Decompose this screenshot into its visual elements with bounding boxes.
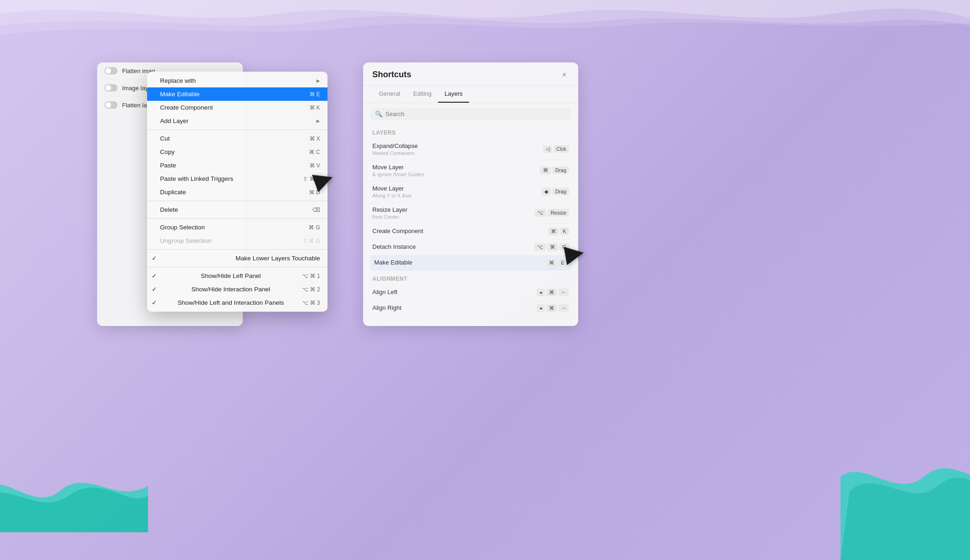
separator-4 [147,249,327,250]
menu-item-group-selection[interactable]: Group Selection ⌘ G [147,221,327,234]
shortcut-keys-move-ignore: ⌘ Drag [540,166,569,174]
shortcut-row-create-component: Create Component ⌘ K [371,224,571,240]
menu-item-replace-with[interactable]: Replace with ▶ [147,74,327,87]
cursor-right-icon [564,244,585,265]
shortcuts-header: Shortcuts × [363,62,578,86]
shortcut-row-make-editable: Make Editable ⌘ E [371,255,571,271]
menu-item-show-hide-interaction[interactable]: Show/Hide Interaction Panel ⌥ ⌘ 2 [147,283,327,296]
shortcut-copy: ⌘ C [309,149,320,155]
shortcut-keys-align-left: ◂ ⌘ ← [537,289,569,296]
shortcuts-nav: General Editing Layers [363,86,578,103]
nav-item-editing[interactable]: Editing [407,86,438,103]
shortcut-keys-move-axis: ◆ Drag [542,188,569,196]
shortcut-make-editable: ⌘ E [309,91,320,98]
separator-1 [147,129,327,130]
shortcut-group: ⌘ G [309,224,320,231]
shortcut-show-left: ⌥ ⌘ 1 [302,273,320,279]
top-decoration [0,0,970,51]
shortcut-ungroup: ⇧ ⌘ G [303,238,320,244]
shortcut-row-detach-instance: Detach Instance ⌥ ⌘ G [371,240,571,255]
shortcuts-content: Layers Expand/Collapse Nested Containers… [363,125,578,326]
shortcut-keys-make-editable: ⌘ E [546,259,567,267]
toggle-flatten-image[interactable] [105,67,117,74]
shortcuts-title: Shortcuts [372,70,411,80]
shortcut-name-detach-instance: Detach Instance [372,243,416,251]
shortcut-row-move-ignore: Move Layer & Ignore Smart Guides ⌘ Drag [371,160,571,181]
shortcut-show-both: ⌥ ⌘ 3 [302,300,320,306]
shortcuts-panel: Shortcuts × General Editing Layers 🔍 Lay… [363,62,578,326]
nav-item-layers[interactable]: Layers [438,86,469,103]
submenu-arrow-add-layer-icon: ▶ [316,118,320,123]
section-title-alignment: Alignment [371,271,571,285]
shortcut-keys-create-component: ⌘ K [548,228,569,235]
shortcut-row-align-right: Align Right ◂ ⌘ → [371,301,571,316]
separator-5 [147,267,327,267]
menu-item-paste-linked[interactable]: Paste with Linked Triggers ⇧ ⌘ V [147,172,327,185]
shortcut-name-make-editable: Make Editable [374,259,412,267]
shortcut-row-move-axis: Move Layer Along Y or X Axis ◆ Drag [371,181,571,203]
teal-decoration-right [840,431,970,560]
menu-item-add-layer[interactable]: Add Layer ▶ [147,114,327,128]
shortcut-name-align-left: Align Left [372,289,397,296]
menu-item-copy[interactable]: Copy ⌘ C [147,145,327,159]
menu-item-make-editable[interactable]: Make Editable ⌘ E [147,87,327,101]
toggle-flatten-layer[interactable] [105,101,117,109]
teal-decoration-left [0,449,148,532]
shortcut-row-align-left: Align Left ◂ ⌘ ← [371,285,571,301]
shortcut-show-interaction: ⌥ ⌘ 2 [302,286,320,293]
shortcut-row-resize-center: Resize Layer from Center ⌥ Resize [371,203,571,224]
menu-item-paste[interactable]: Paste ⌘ V [147,159,327,172]
menu-item-duplicate[interactable]: Duplicate ⌘ D [147,185,327,199]
shortcut-paste: ⌘ V [309,162,320,169]
shortcut-name-resize-center: Resize Layer from Center [372,206,408,220]
menu-item-show-hide-both[interactable]: Show/Hide Left and Interaction Panels ⌥ … [147,296,327,309]
context-menu: Replace with ▶ Make Editable ⌘ E Create … [147,72,327,312]
shortcut-create-component: ⌘ K [309,105,320,111]
shortcut-name-create-component: Create Component [372,228,423,235]
menu-item-delete[interactable]: Delete ⌫ [147,203,327,216]
shortcut-keys-resize-center: ⌥ Resize [535,209,569,217]
search-icon: 🔍 [375,111,383,117]
separator-2 [147,201,327,201]
menu-item-create-component[interactable]: Create Component ⌘ K [147,101,327,114]
menu-item-ungroup-selection[interactable]: Ungroup Selection ⇧ ⌘ G [147,234,327,247]
menu-item-make-lower-touchable[interactable]: Make Lower Layers Touchable [147,252,327,265]
submenu-arrow-icon: ▶ [316,78,320,83]
separator-3 [147,218,327,219]
nav-item-general[interactable]: General [372,86,407,103]
search-bar[interactable]: 🔍 [371,108,571,120]
shortcut-keys-expand: ◁ Clck [543,145,569,153]
shortcut-cut: ⌘ X [309,135,320,142]
shortcut-row-expand-nested: Expand/Collapse Nested Containers ◁ Clck [371,139,571,160]
shortcut-keys-align-right: ◂ ⌘ → [537,304,569,312]
menu-item-show-hide-left[interactable]: Show/Hide Left Panel ⌥ ⌘ 1 [147,269,327,283]
search-input[interactable] [385,111,566,117]
shortcut-name-expand: Expand/Collapse Nested Containers [372,142,418,156]
section-title-layers: Layers [371,125,571,139]
shortcut-name-move-axis: Move Layer Along Y or X Axis [372,185,412,198]
close-button[interactable]: × [560,70,569,80]
menu-item-cut[interactable]: Cut ⌘ X [147,132,327,145]
shortcut-name-move-ignore: Move Layer & Ignore Smart Guides [372,164,424,177]
toggle-image-layers[interactable] [105,84,117,92]
shortcut-name-align-right: Align Right [372,304,402,312]
shortcut-delete: ⌫ [312,207,320,213]
